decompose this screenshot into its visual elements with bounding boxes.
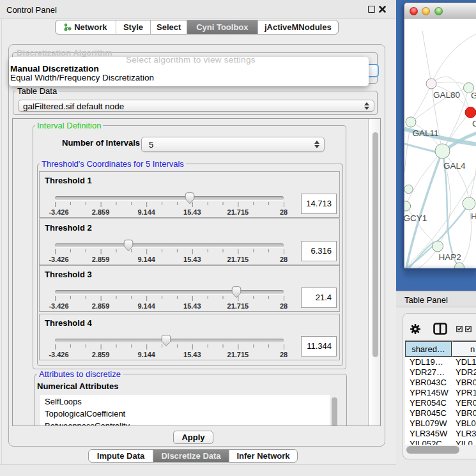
svg-text:GAL80: GAL80 <box>433 90 460 100</box>
svg-text:C: C <box>472 119 476 128</box>
svg-text:GAL11: GAL11 <box>413 128 439 138</box>
svg-text:GCY1: GCY1 <box>404 213 427 223</box>
svg-text:GAL4: GAL4 <box>443 161 466 171</box>
svg-text:H: H <box>471 211 476 221</box>
svg-text:HAP2: HAP2 <box>439 252 461 262</box>
svg-text:GA: GA <box>471 91 476 100</box>
